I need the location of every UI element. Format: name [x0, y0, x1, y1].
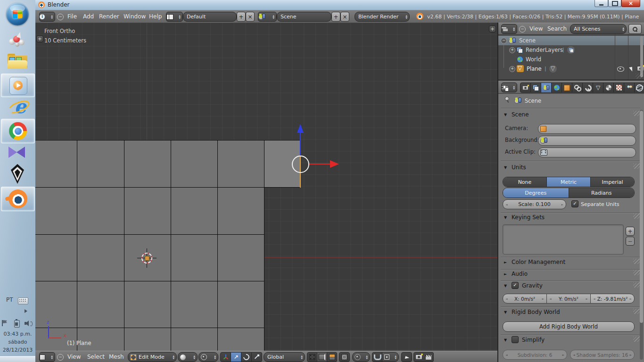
menu-file[interactable]: File [67, 13, 77, 20]
panel-title-gravity[interactable]: Gravity [522, 282, 543, 289]
panel-title-rigid-body-world[interactable]: Rigid Body World [512, 309, 560, 315]
expand-expander[interactable]: + [509, 66, 515, 72]
vertex-select-button[interactable] [307, 352, 317, 362]
camera-field[interactable] [538, 124, 636, 134]
unit-system-metric[interactable]: Metric [547, 177, 591, 187]
tab-object[interactable] [562, 82, 572, 93]
unit-system-imperial[interactable]: Imperial [591, 177, 634, 187]
manipulator-toggle-button[interactable] [220, 352, 231, 362]
panel-toggle-icon[interactable]: ▼ [504, 310, 507, 314]
tab-object-data[interactable]: ▽ [593, 82, 603, 93]
editor-type-button-outliner[interactable] [501, 24, 517, 34]
outliner-row-plane[interactable]: + ▽ Plane | ▽ [498, 64, 644, 74]
panel-title-scene[interactable]: Scene [512, 111, 529, 118]
menu-search[interactable]: Search [547, 25, 567, 32]
menu-help[interactable]: Help [149, 13, 162, 20]
outliner-search-button[interactable] [628, 24, 642, 34]
editor-type-button-info[interactable]: i [39, 12, 55, 22]
manipulator-z-arrow[interactable] [297, 124, 304, 133]
battery-icon[interactable] [14, 320, 20, 328]
mesh-plane-faces[interactable] [35, 140, 264, 351]
close-button[interactable]: × [621, 0, 640, 7]
gravity-y-field[interactable]: Y: 0m/s² [546, 294, 591, 304]
unit-system-none[interactable]: None [503, 177, 547, 187]
mesh-data-icon[interactable]: ▽ [549, 65, 557, 73]
menu-render[interactable]: Render [99, 13, 119, 20]
tab-physics[interactable] [635, 82, 644, 93]
gravity-z-field[interactable]: Z: -9.81m/s² [590, 294, 635, 304]
rotation-radians[interactable]: Radians [569, 188, 635, 197]
proportional-edit-dropdown[interactable] [352, 352, 370, 362]
screen-layout-name-field[interactable]: Default [183, 12, 237, 22]
taskbar-item-explorer[interactable] [8, 53, 28, 71]
simplify-shadow-samples-slider[interactable]: Shadow Samples: 16 [570, 350, 635, 360]
simplify-checkbox[interactable] [512, 336, 519, 343]
edge-select-button[interactable] [317, 352, 327, 362]
selectability-cursor-icon[interactable] [629, 66, 635, 71]
editor-type-button-properties[interactable] [501, 82, 517, 92]
manipulator-x-arrow[interactable] [330, 160, 339, 168]
outliner-item-label[interactable]: Plane [527, 66, 542, 72]
taskbar-item-internet-explorer[interactable]: e [8, 97, 28, 118]
gravity-checkbox[interactable]: ✓ [512, 282, 519, 289]
maximize-button[interactable] [608, 0, 621, 7]
delete-scene-button[interactable]: × [340, 12, 349, 22]
simplify-subdivision-slider[interactable]: Subdivision: 6 [503, 350, 567, 360]
snap-toggle-button[interactable] [372, 352, 383, 362]
panel-toggle-icon[interactable]: ▼ [504, 113, 507, 117]
manipulate-center-points-button[interactable] [401, 352, 412, 362]
translate-manipulator-button[interactable]: ↗ [231, 352, 241, 362]
menu-select[interactable]: Select [87, 354, 105, 360]
panel-toggle-icon[interactable]: ▼ [504, 338, 507, 342]
active-clip-field[interactable] [538, 148, 636, 157]
render-engine-dropdown[interactable]: Blender Render [355, 12, 410, 22]
tab-scene[interactable] [541, 82, 552, 93]
viewport-3d[interactable]: Front Ortho 10 Centimeters + + z x (1) P… [35, 23, 497, 351]
panel-toggle-icon[interactable]: ► [504, 260, 507, 264]
separate-units-checkbox[interactable]: ✓ [571, 200, 578, 207]
add-scene-button[interactable]: + [331, 12, 340, 22]
outliner-item-label[interactable]: RenderLayers [526, 47, 563, 53]
background-field[interactable] [538, 136, 636, 146]
outliner-row-scene[interactable]: − Scene [498, 36, 644, 45]
outliner-item-label[interactable]: World [526, 56, 541, 63]
taskbar-item-chrome[interactable] [1, 119, 35, 143]
visibility-eye-icon[interactable] [617, 66, 624, 72]
language-indicator[interactable]: PT [6, 296, 13, 303]
unit-scale-slider[interactable]: Scale: 0.100 [503, 199, 566, 209]
collapse-expander[interactable]: − [501, 38, 507, 44]
add-layout-button[interactable]: + [237, 12, 246, 22]
outliner-item-label[interactable]: Scene [519, 37, 536, 44]
mode-dropdown[interactable]: Edit Mode [128, 352, 177, 362]
pivot-point-dropdown[interactable] [198, 352, 218, 362]
keying-sets-listbox[interactable] [503, 224, 624, 255]
viewport-shading-dropdown[interactable] [178, 352, 198, 362]
taskbar-item-kmplayer[interactable] [8, 145, 27, 161]
properties-shelf-expand-button[interactable]: + [489, 25, 496, 33]
keyboard-icon[interactable] [18, 297, 28, 304]
clock-time[interactable]: 03:43 p.m. [0, 331, 35, 337]
tab-world[interactable] [552, 82, 562, 93]
opengl-render-button[interactable] [413, 352, 424, 362]
opengl-render-anim-button[interactable] [423, 352, 434, 362]
show-desktop-button[interactable] [0, 355, 35, 362]
panel-title-color-management[interactable]: Color Management [512, 259, 565, 265]
screen-layout-icon-button[interactable] [166, 12, 183, 22]
panel-toggle-icon[interactable]: ▼ [504, 165, 507, 170]
renderlayer-data-icon[interactable] [567, 46, 575, 54]
menu-add[interactable]: Add [83, 13, 94, 20]
show-hidden-icons-arrow[interactable] [25, 309, 27, 313]
add-keying-set-button[interactable]: + [626, 227, 635, 236]
expand-expander[interactable]: + [509, 47, 515, 53]
collapse-menus-button[interactable]: − [519, 26, 526, 33]
outliner-row-world[interactable]: World [498, 55, 644, 64]
collapse-menus-button[interactable]: − [57, 14, 64, 20]
taskbar-item-media-player[interactable] [1, 74, 35, 97]
rotation-degrees[interactable]: Degrees [503, 188, 569, 197]
tab-particles[interactable]: ** [624, 82, 635, 93]
tab-modifiers[interactable] [583, 82, 593, 93]
delete-layout-button[interactable]: × [246, 12, 255, 22]
outliner-row-renderlayers[interactable]: + RenderLayers | [498, 45, 644, 55]
manipulator-x-shaft[interactable] [309, 164, 330, 165]
tab-render[interactable] [520, 82, 531, 93]
